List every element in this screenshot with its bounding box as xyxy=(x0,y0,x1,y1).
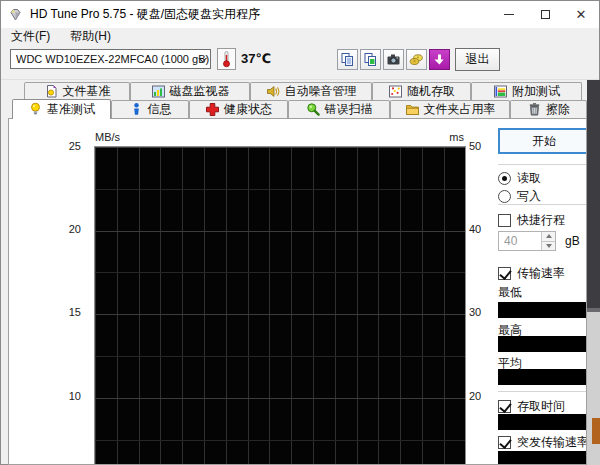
tab-label: 健康状态 xyxy=(224,101,272,118)
erase-icon xyxy=(527,102,542,117)
transfer-rate-checkbox[interactable] xyxy=(498,267,511,280)
speaker-icon xyxy=(266,84,281,99)
maximize-button[interactable] xyxy=(527,1,563,28)
burst-rate-value-field xyxy=(498,451,587,465)
avg-value-field xyxy=(498,369,587,385)
tab-health[interactable]: 健康状态 xyxy=(189,100,288,118)
error-scan-icon xyxy=(306,102,321,117)
screenshot-button[interactable] xyxy=(383,49,404,70)
camera-icon xyxy=(386,52,401,67)
close-button[interactable]: ✕ xyxy=(563,1,599,28)
tab-label: 磁盘监视器 xyxy=(170,83,230,100)
background-behind-window xyxy=(587,80,600,465)
drive-select-value: WDC WD10EZEX-22MFCA0 (1000 gB) xyxy=(16,53,209,65)
short-stroke-unit: gB xyxy=(565,234,580,248)
benchmark-page: MB/s ms 25 20 15 10 50 40 30 20 开始 读取 写入… xyxy=(8,118,587,465)
minimize-button[interactable] xyxy=(491,1,527,28)
update-download-button[interactable] xyxy=(429,49,450,70)
right-tick: 30 xyxy=(469,306,497,318)
close-icon: ✕ xyxy=(576,8,587,21)
access-time-option[interactable]: 存取时间 xyxy=(498,399,587,414)
tab-label: 随机存取 xyxy=(407,83,455,100)
copy-button[interactable] xyxy=(337,49,358,70)
stepper-up-button[interactable] xyxy=(542,232,555,241)
write-option[interactable]: 写入 xyxy=(498,189,587,204)
burst-rate-label: 突发传输速率 xyxy=(517,434,587,451)
short-stroke-stepper[interactable]: 40 xyxy=(498,231,556,251)
min-value-field xyxy=(498,302,587,318)
health-icon xyxy=(205,102,220,117)
right-tick: 20 xyxy=(469,390,497,402)
tab-extra-tests[interactable]: 附加测试 xyxy=(471,82,582,100)
minimize-icon xyxy=(504,14,514,15)
access-time-label: 存取时间 xyxy=(517,398,565,415)
separator xyxy=(498,391,587,392)
tab-label: 文件夹占用率 xyxy=(424,101,496,118)
menu-bar: 文件(F) 帮助(H) xyxy=(1,28,599,45)
right-tick: 50 xyxy=(469,140,497,152)
left-tick: 20 xyxy=(53,223,81,235)
arrow-down-icon xyxy=(546,244,552,248)
thermometer-icon xyxy=(220,50,233,68)
menu-file[interactable]: 文件(F) xyxy=(1,27,60,46)
tab-random-access[interactable]: 随机存取 xyxy=(372,82,471,100)
tab-folder-usage[interactable]: 文件夹占用率 xyxy=(390,100,510,118)
download-icon xyxy=(432,52,447,67)
menu-help[interactable]: 帮助(H) xyxy=(60,27,121,46)
maximize-icon xyxy=(541,10,550,19)
right-axis-unit: ms xyxy=(407,131,464,143)
tab-label: 错误扫描 xyxy=(325,101,373,118)
tab-erase[interactable]: 擦除 xyxy=(510,100,587,118)
separator xyxy=(498,164,587,165)
exit-label: 退出 xyxy=(466,51,490,68)
app-window: HD Tune Pro 5.75 - 硬盘/固态硬盘实用程序 ✕ 文件(F) 帮… xyxy=(0,0,600,465)
drive-select-dropdown[interactable]: WDC WD10EZEX-22MFCA0 (1000 gB) xyxy=(10,49,211,69)
separator xyxy=(498,204,587,205)
disk-monitor-icon xyxy=(151,84,166,99)
tab-disk-monitor[interactable]: 磁盘监视器 xyxy=(130,82,250,100)
short-stroke-checkbox[interactable] xyxy=(498,214,511,227)
copy-icon xyxy=(340,52,355,67)
write-radio[interactable] xyxy=(498,190,511,203)
short-stroke-option[interactable]: 快捷行程 xyxy=(498,213,587,228)
tab-label: 附加测试 xyxy=(512,83,560,100)
left-tick: 15 xyxy=(53,306,81,318)
tab-info[interactable]: 信息 xyxy=(111,100,189,118)
benchmark-graph xyxy=(94,146,466,465)
start-label: 开始 xyxy=(532,133,556,150)
tab-file-benchmark[interactable]: 文件基准 xyxy=(24,82,130,100)
start-button[interactable]: 开始 xyxy=(498,128,587,154)
access-time-checkbox[interactable] xyxy=(498,400,511,413)
stepper-down-button[interactable] xyxy=(542,241,555,251)
folder-icon xyxy=(405,102,420,117)
background-blob xyxy=(592,418,600,444)
random-access-icon xyxy=(388,84,403,99)
tab-benchmark[interactable]: 基准测试 xyxy=(12,99,111,119)
copy-image-icon xyxy=(363,52,378,67)
left-axis-unit: MB/s xyxy=(95,131,120,143)
toolbar-separator xyxy=(1,79,599,80)
toolbar: WDC WD10EZEX-22MFCA0 (1000 gB) 37℃ xyxy=(1,45,599,80)
copy-image-button[interactable] xyxy=(360,49,381,70)
transfer-rate-option[interactable]: 传输速率 xyxy=(498,266,587,281)
exit-button[interactable]: 退出 xyxy=(455,48,500,71)
tab-label: 信息 xyxy=(148,101,172,118)
temperature-button[interactable] xyxy=(217,48,236,70)
read-radio[interactable] xyxy=(498,172,511,185)
arrow-up-icon xyxy=(546,234,552,238)
lightbulb-icon xyxy=(28,102,43,117)
short-stroke-label: 快捷行程 xyxy=(517,212,565,229)
temperature-value: 37℃ xyxy=(241,51,271,66)
disks-icon xyxy=(409,52,424,67)
burst-rate-checkbox[interactable] xyxy=(498,436,511,449)
tab-acoustic-management[interactable]: 自动噪音管理 xyxy=(250,82,372,100)
left-tick: 10 xyxy=(53,390,81,402)
extra-tests-icon xyxy=(493,84,508,99)
tab-label: 文件基准 xyxy=(63,83,111,100)
max-value-field xyxy=(498,336,587,352)
right-tick: 40 xyxy=(469,223,497,235)
burst-rate-option[interactable]: 突发传输速率 xyxy=(498,435,587,450)
read-option[interactable]: 读取 xyxy=(498,171,587,186)
tab-error-scan[interactable]: 错误扫描 xyxy=(288,100,390,118)
disk-benchmark-button[interactable] xyxy=(406,49,427,70)
